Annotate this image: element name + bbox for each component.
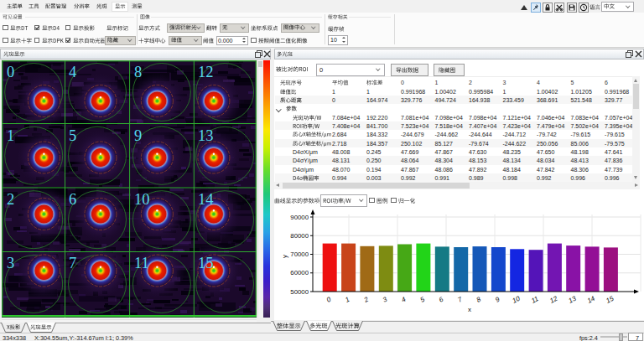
- svg-text:11: 11: [134, 255, 149, 271]
- svg-text:70000: 70000: [290, 251, 309, 258]
- svg-text:6: 6: [438, 296, 445, 304]
- svg-text:9: 9: [134, 127, 142, 144]
- svg-text:0: 0: [325, 296, 333, 304]
- svg-text:15: 15: [605, 294, 615, 304]
- svg-text:12: 12: [548, 294, 559, 304]
- svg-text:90000: 90000: [290, 214, 309, 221]
- svg-text:4: 4: [69, 64, 76, 80]
- svg-text:60000: 60000: [290, 269, 309, 276]
- svg-text:x: x: [468, 306, 471, 313]
- svg-text:10: 10: [511, 294, 522, 304]
- svg-text:0: 0: [7, 64, 14, 80]
- svg-text:3: 3: [7, 255, 14, 271]
- svg-text:14: 14: [198, 191, 214, 208]
- svg-text:5: 5: [69, 127, 76, 144]
- svg-text:1: 1: [344, 296, 351, 304]
- svg-text:2: 2: [7, 191, 14, 208]
- svg-text:7: 7: [456, 296, 464, 304]
- svg-text:7: 7: [69, 255, 76, 271]
- svg-text:15: 15: [198, 255, 214, 271]
- svg-text:11: 11: [530, 295, 540, 305]
- svg-text:8: 8: [134, 64, 142, 80]
- svg-text:5: 5: [419, 296, 427, 304]
- svg-text:14: 14: [586, 294, 597, 304]
- svg-text:13: 13: [568, 294, 579, 304]
- svg-text:4: 4: [400, 296, 408, 304]
- svg-text:1: 1: [7, 127, 14, 144]
- svg-text:50000: 50000: [290, 288, 309, 296]
- svg-text:3: 3: [382, 296, 389, 304]
- svg-text:6: 6: [69, 191, 76, 208]
- svg-text:12: 12: [198, 64, 214, 80]
- svg-text:13: 13: [198, 127, 214, 144]
- svg-text:8: 8: [475, 296, 483, 304]
- svg-text:y: y: [281, 255, 288, 258]
- svg-text:9: 9: [494, 296, 501, 304]
- svg-text:10: 10: [134, 191, 150, 208]
- svg-text:2: 2: [362, 296, 371, 305]
- svg-text:80000: 80000: [290, 232, 309, 240]
